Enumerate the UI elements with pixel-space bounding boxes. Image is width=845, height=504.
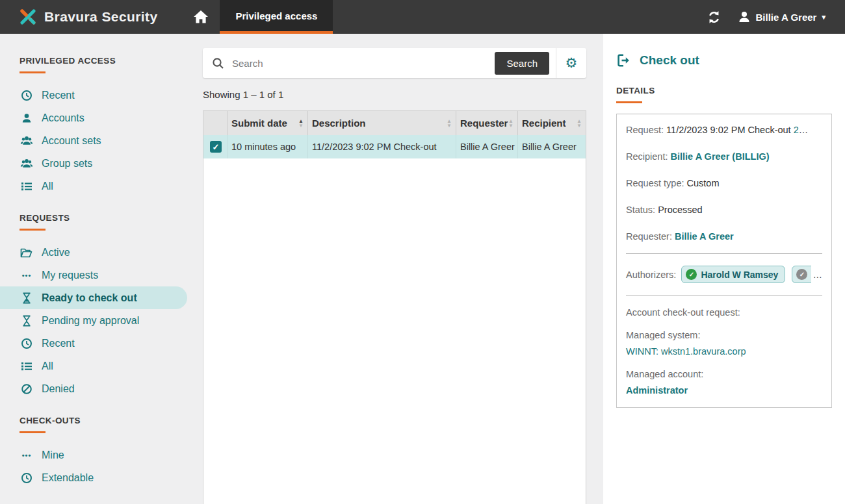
sort-icons[interactable]: ▲▼: [298, 119, 305, 128]
sidebar-item-denied[interactable]: Denied: [0, 377, 187, 400]
section-title: REQUESTS: [20, 213, 202, 223]
home-tab[interactable]: [182, 0, 220, 34]
column-submit-date[interactable]: Submit date ▲▼: [227, 111, 307, 135]
authorizer-pill-approved[interactable]: ✓ Harold W Ramsey: [681, 266, 785, 283]
authorizer-pill-pending[interactable]: ✓ Jo: [792, 266, 811, 283]
sidebar-item-label: Accounts: [42, 112, 84, 124]
gear-icon[interactable]: ⚙: [556, 55, 586, 71]
details-title: DETAILS: [616, 86, 832, 95]
users-icon: [20, 135, 34, 147]
main-content: Search ⚙ Showing 1 – 1 of 1 Submit date …: [202, 34, 603, 504]
managed-account-link[interactable]: Administrator: [626, 385, 822, 396]
section-underline: [20, 229, 46, 231]
header-checkbox-column: [203, 111, 227, 135]
check-out-icon: [616, 53, 630, 68]
column-label: Submit date: [231, 118, 287, 129]
sidebar-item-recent[interactable]: Recent: [0, 84, 187, 107]
column-requester[interactable]: Requester ▲▼: [456, 111, 517, 135]
hourglass-icon: [20, 315, 34, 327]
sort-icons[interactable]: ▲▼: [577, 119, 583, 128]
brand-name: Bravura Security: [44, 9, 157, 25]
table-row[interactable]: ✓ 10 minutes ago 11/2/2023 9:02 PM Check…: [203, 135, 586, 158]
search-icon: [212, 57, 224, 69]
user-icon: [738, 10, 751, 23]
sidebar-item-label: Account sets: [42, 135, 101, 147]
sidebar-item-group-sets[interactable]: Group sets: [0, 152, 187, 175]
divider: [626, 295, 822, 296]
column-recipient[interactable]: Recipient ▲▼: [517, 111, 586, 135]
sidebar-item-active[interactable]: Active: [0, 241, 187, 264]
table-header: Submit date ▲▼ Description ▲▼ Requester …: [203, 110, 586, 135]
pending-check-icon: ✓: [796, 269, 807, 280]
search-bar: Search ⚙: [203, 48, 586, 78]
user-menu[interactable]: Billie A Greer ▾: [738, 10, 826, 23]
section-title: CHECK-OUTS: [20, 416, 202, 425]
approved-check-icon: ✓: [686, 269, 697, 280]
sort-icons[interactable]: ▲▼: [447, 119, 453, 128]
detail-requester: Requester: Billie A Greer: [626, 231, 822, 242]
sidebar-item-accounts[interactable]: Accounts: [0, 107, 187, 129]
details-underline: [616, 101, 642, 103]
column-label: Description: [312, 118, 366, 129]
details-panel: Check out DETAILS Request: 11/2/2023 9:0…: [603, 34, 845, 504]
sidebar-section-check-outs: CHECK-OUTS ••• Mine Extendable: [0, 416, 202, 489]
search-input[interactable]: [232, 58, 495, 69]
ban-icon: [20, 383, 34, 395]
column-label: Requester: [460, 118, 508, 129]
tab-privileged-access[interactable]: Privileged access: [220, 0, 333, 34]
managed-system-label: Managed system:: [626, 330, 822, 340]
refresh-icon[interactable]: [707, 10, 721, 24]
sidebar-item-label: Recent: [42, 90, 75, 101]
sidebar-item-account-sets[interactable]: Account sets: [0, 129, 187, 152]
divider: [626, 253, 822, 254]
detail-value: 11/2/2023 9:02 PM Check-out: [666, 125, 791, 135]
requests-table: Submit date ▲▼ Description ▲▼ Requester …: [203, 110, 586, 504]
sidebar-item-label: Extendable: [42, 472, 94, 484]
detail-recipient: Recipient: Billie A Greer (BILLIG): [626, 151, 822, 162]
recipient-link[interactable]: Billie A Greer (BILLIG): [671, 151, 770, 162]
column-description[interactable]: Description ▲▼: [307, 111, 456, 135]
sidebar-item-all-requests[interactable]: All: [0, 355, 187, 377]
sidebar-item-ready-to-check-out[interactable]: Ready to check out: [0, 286, 187, 309]
sidebar-item-label: Denied: [42, 383, 75, 395]
sidebar-item-my-requests[interactable]: ••• My requests: [0, 264, 187, 286]
user-icon: [20, 112, 34, 124]
check-icon: ✓: [213, 142, 220, 152]
row-checkbox[interactable]: ✓: [210, 141, 222, 153]
cell-description: 11/2/2023 9:02 PM Check-out: [307, 135, 456, 158]
search-button[interactable]: Search: [495, 52, 549, 75]
detail-value: Custom: [687, 178, 720, 188]
column-label: Recipient: [522, 118, 566, 129]
detail-label: Request:: [626, 125, 664, 135]
check-out-action[interactable]: Check out: [616, 53, 832, 68]
sidebar-item-mine[interactable]: ••• Mine: [0, 444, 187, 466]
sidebar-item-pending-my-approval[interactable]: Pending my approval: [0, 309, 187, 332]
authorizer-name: Harold W Ramsey: [701, 270, 778, 280]
cell-submit-date: 10 minutes ago: [227, 135, 307, 158]
sidebar: PRIVILEGED ACCESS Recent Accounts Accoun…: [0, 34, 202, 504]
truncation: …: [799, 125, 809, 135]
sidebar-item-label: Pending my approval: [42, 315, 139, 327]
user-name: Billie A Greer: [756, 12, 817, 23]
cell-requester: Billie A Greer: [456, 135, 517, 158]
sidebar-item-extendable[interactable]: Extendable: [0, 466, 187, 489]
sort-icons[interactable]: ▲▼: [508, 119, 515, 128]
detail-label: Authorizers:: [626, 270, 676, 280]
detail-label: Request type:: [626, 178, 684, 188]
authorizers-list: ✓ Harold W Ramsey ✓ Jo: [681, 266, 811, 283]
section-underline: [20, 71, 46, 73]
sidebar-item-label: Group sets: [42, 158, 92, 170]
sidebar-section-privileged-access: PRIVILEGED ACCESS Recent Accounts Accoun…: [0, 56, 202, 197]
managed-system-link[interactable]: WINNT: wkstn1.bravura.corp: [626, 346, 822, 357]
results-summary: Showing 1 – 1 of 1: [203, 89, 586, 100]
sidebar-item-recent-requests[interactable]: Recent: [0, 332, 187, 355]
clock-icon: [20, 472, 34, 484]
managed-account-label: Managed account:: [626, 369, 822, 379]
status-value: Processed: [658, 205, 703, 215]
truncation: …: [812, 270, 822, 280]
requester-link[interactable]: Billie A Greer: [675, 231, 734, 242]
detail-request: Request: 11/2/2023 9:02 PM Check-out 2…: [626, 125, 822, 135]
sidebar-item-all[interactable]: All: [0, 175, 187, 197]
hourglass-icon: [20, 292, 34, 304]
request-link[interactable]: 2: [794, 125, 799, 135]
